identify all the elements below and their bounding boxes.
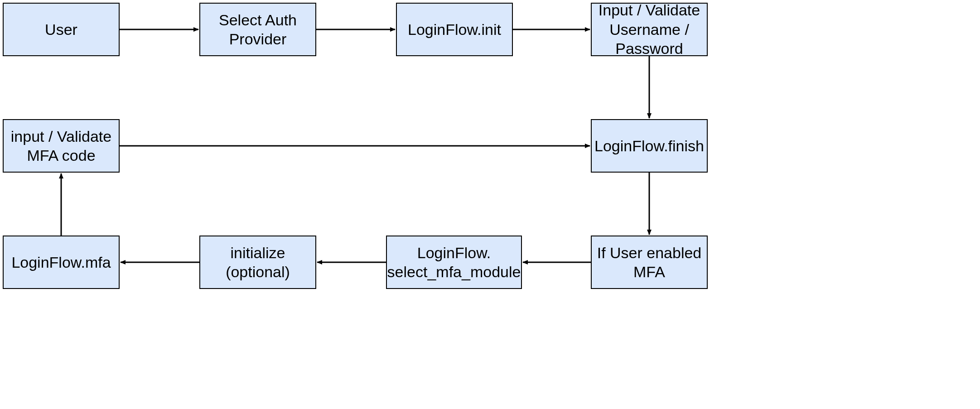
node-loginflow-select-mfa-module: LoginFlow. select_mfa_module [386, 236, 522, 289]
node-input-mfa-code: input / Validate MFA code [3, 119, 120, 173]
node-label: If User enabled MFA [595, 243, 703, 282]
node-input-username-password: Input / Validate Username / Password [591, 3, 708, 56]
node-initialize-optional: initialize (optional) [199, 236, 316, 289]
node-label: LoginFlow. select_mfa_module [387, 243, 521, 282]
node-label: LoginFlow.init [408, 20, 501, 39]
node-label: input / Validate MFA code [7, 127, 115, 165]
node-label: initialize (optional) [204, 243, 312, 282]
node-loginflow-finish: LoginFlow.finish [591, 119, 708, 173]
node-label: Select Auth Provider [204, 10, 312, 49]
node-label: Input / Validate Username / Password [595, 0, 703, 58]
arrows-layer [0, 0, 980, 409]
node-loginflow-init: LoginFlow.init [396, 3, 513, 56]
node-select-auth-provider: Select Auth Provider [199, 3, 316, 56]
node-label: LoginFlow.finish [594, 136, 704, 156]
diagram-canvas: User Select Auth Provider LoginFlow.init… [0, 0, 980, 409]
node-loginflow-mfa: LoginFlow.mfa [3, 236, 120, 289]
node-if-user-enabled-mfa: If User enabled MFA [591, 236, 708, 289]
node-label: LoginFlow.mfa [11, 253, 111, 272]
node-user: User [3, 3, 120, 56]
node-label: User [45, 20, 77, 39]
